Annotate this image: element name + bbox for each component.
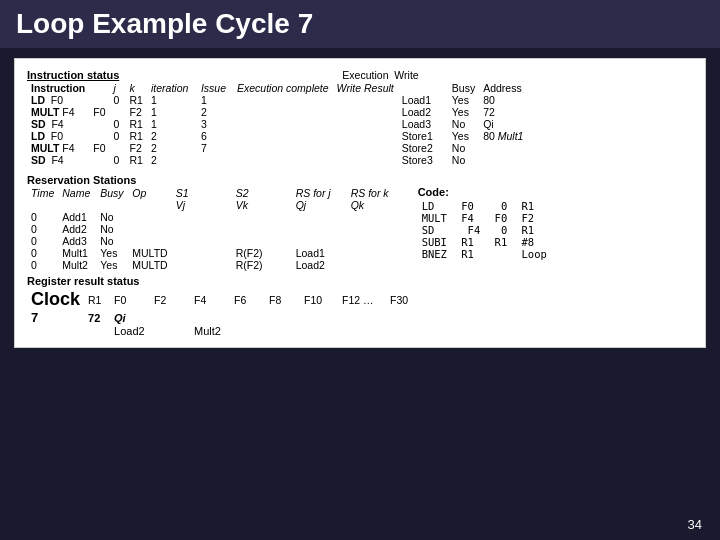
header: Loop Example Cycle 7 xyxy=(0,0,720,48)
rs-col-rsk: RS for k xyxy=(347,187,402,199)
col-address: Address xyxy=(479,82,529,94)
reg-f2-header: F2 xyxy=(150,289,190,310)
rs-col-op: Op xyxy=(128,187,171,199)
clock-label: Clock xyxy=(27,289,84,310)
reg-f10-header: F10 xyxy=(300,289,338,310)
execution-label: Execution Write xyxy=(342,69,418,81)
reg-f12-header: F12 … xyxy=(338,289,386,310)
rs-col-s2: S2 xyxy=(232,187,292,199)
col-iteration: iteration xyxy=(147,82,197,94)
col-issue: Issue xyxy=(197,82,233,94)
rs-col-time: Time xyxy=(27,187,58,199)
table-row: LD F0 0 R1 1 1 Load1 Yes 80 xyxy=(27,94,529,106)
instruction-status-label: Instruction status xyxy=(27,69,119,81)
rs-col-busy: Busy xyxy=(96,187,128,199)
rs-col-rsj: RS for j xyxy=(292,187,347,199)
reg-r1-header: R1 xyxy=(84,289,110,310)
reg-f8-header: F8 xyxy=(265,289,300,310)
code-section: Code: LD F0 0 R1 MULT F4 F0 F2 SD F4 0 R… xyxy=(418,186,551,260)
col-instruction: Instruction xyxy=(27,82,89,94)
table-row: MULT F4 F0 F2 1 2 Load2 Yes 72 xyxy=(27,106,529,118)
col-exec: Execution complete xyxy=(233,82,333,94)
rs-row: 0 Mult1 Yes MULTD R(F2) Load1 xyxy=(27,247,402,259)
reservation-stations-section: Reservation Stations Time Name Busy Op S… xyxy=(27,170,693,271)
col-blank1 xyxy=(89,82,109,94)
rs-row: 0 Add2 No xyxy=(27,223,402,235)
code-line: BNEZ R1 Loop xyxy=(418,248,551,260)
register-status-section: Register result status Clock R1 F0 F2 F4… xyxy=(27,275,693,337)
reg-f30-header: F30 xyxy=(386,289,424,310)
code-line: MULT F4 F0 F2 xyxy=(418,212,551,224)
reg-f0-header: F0 xyxy=(110,289,150,310)
rs-row: 0 Add1 No xyxy=(27,211,402,223)
code-label: Code: xyxy=(418,186,551,198)
table-row: MULT F4 F0 F2 2 7 Store2 No xyxy=(27,142,529,154)
page-title: Loop Example Cycle 7 xyxy=(16,8,313,39)
instruction-status-section: Instruction status Execution Write Instr… xyxy=(27,69,693,166)
rs-col-name: Name xyxy=(58,187,96,199)
code-table: LD F0 0 R1 MULT F4 F0 F2 SD F4 0 R1 SUBI… xyxy=(418,200,551,260)
register-label: Register result status xyxy=(27,275,693,287)
code-line: LD F0 0 R1 xyxy=(418,200,551,212)
register-load2-row: Load2 Mult2 xyxy=(27,325,424,337)
reservation-table: Time Name Busy Op S1 S2 RS for j RS for … xyxy=(27,187,402,271)
rs-row: 0 Mult2 Yes MULTD R(F2) Load2 xyxy=(27,259,402,271)
code-line: SD F4 0 R1 xyxy=(418,224,551,236)
reservation-label: Reservation Stations xyxy=(27,174,402,186)
code-line: SUBI R1 R1 #8 xyxy=(418,236,551,248)
table-row: LD F0 0 R1 2 6 Store1 Yes 80 Mult1 xyxy=(27,130,529,142)
reg-f6-header: F6 xyxy=(230,289,265,310)
col-write: Write Result xyxy=(333,82,398,94)
col-j: j xyxy=(110,82,126,94)
main-content: Instruction status Execution Write Instr… xyxy=(14,58,706,348)
reg-f4-header: F4 xyxy=(190,289,230,310)
table-row: SD F4 0 R1 2 Store3 No xyxy=(27,154,529,166)
register-table: Clock R1 F0 F2 F4 F6 F8 F10 F12 … F30 7 … xyxy=(27,289,424,337)
rs-row: 0 Add3 No xyxy=(27,235,402,247)
register-row: 7 72 Qi xyxy=(27,310,424,325)
table-row: SD F4 0 R1 1 3 Load3 No Qi xyxy=(27,118,529,130)
col-k: k xyxy=(126,82,147,94)
page-number: 34 xyxy=(688,517,702,532)
rs-col-s1: S1 xyxy=(172,187,232,199)
col-unit xyxy=(398,82,448,94)
instruction-table: Instruction j k iteration Issue Executio… xyxy=(27,82,529,166)
col-busy: Busy xyxy=(448,82,479,94)
